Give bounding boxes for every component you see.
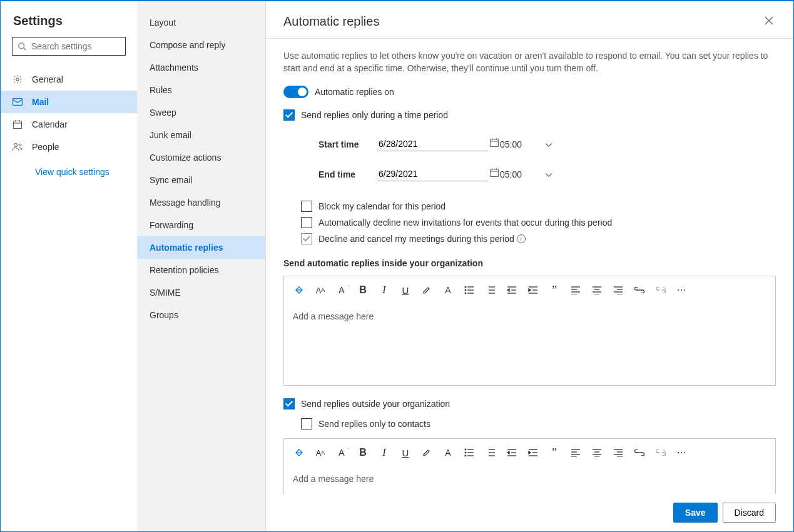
view-quick-settings-link[interactable]: View quick settings xyxy=(1,158,137,177)
people-icon xyxy=(12,141,23,153)
number-list-button[interactable] xyxy=(484,446,497,459)
font-size-icon[interactable]: A◦ xyxy=(335,446,348,459)
align-center-button[interactable] xyxy=(591,284,603,296)
start-date-input[interactable] xyxy=(377,138,489,149)
font-family-icon[interactable]: AA xyxy=(314,284,327,296)
nav-mail[interactable]: Mail xyxy=(1,91,137,113)
svg-point-51 xyxy=(465,449,466,450)
editor-toolbar: AA A◦ B I U A ” ⋯ xyxy=(284,276,775,304)
save-button[interactable]: Save xyxy=(673,503,718,523)
italic-button[interactable]: I xyxy=(378,284,390,296)
nav-general[interactable]: General xyxy=(1,68,137,91)
outdent-button[interactable] xyxy=(506,284,518,296)
underline-button[interactable]: U xyxy=(399,446,412,459)
gear-icon xyxy=(12,74,23,85)
page-description: Use automatic replies to let others know… xyxy=(283,50,776,74)
subnav-retention-policies[interactable]: Retention policies xyxy=(137,259,265,281)
outside-org-checkbox[interactable] xyxy=(283,398,295,409)
nav-calendar[interactable]: Calendar xyxy=(1,113,137,136)
align-left-button[interactable] xyxy=(569,284,582,296)
subnav-junk-email[interactable]: Junk email xyxy=(137,124,265,146)
svg-point-0 xyxy=(19,43,24,49)
indent-button[interactable] xyxy=(527,446,539,459)
close-button[interactable] xyxy=(762,14,776,29)
font-size-icon[interactable]: A◦ xyxy=(335,284,348,296)
discard-button[interactable]: Discard xyxy=(723,503,776,523)
subnav-groups[interactable]: Groups xyxy=(137,304,265,326)
align-center-button[interactable] xyxy=(591,446,603,459)
outdent-button[interactable] xyxy=(506,446,518,459)
bold-button[interactable]: B xyxy=(357,446,369,459)
subnav-customize-actions[interactable]: Customize actions xyxy=(137,146,265,169)
unlink-button[interactable] xyxy=(654,284,667,296)
subnav-automatic-replies[interactable]: Automatic replies xyxy=(137,236,265,259)
subnav-layout[interactable]: Layout xyxy=(137,11,265,34)
subnav-sweep[interactable]: Sweep xyxy=(137,101,265,124)
unlink-button[interactable] xyxy=(654,446,667,459)
automatic-replies-toggle[interactable] xyxy=(283,86,308,98)
paint-format-icon[interactable] xyxy=(293,284,305,296)
subnav-compose-and-reply[interactable]: Compose and reply xyxy=(137,34,265,56)
subnav-message-handling[interactable]: Message handling xyxy=(137,191,265,214)
align-right-button[interactable] xyxy=(612,446,624,459)
footer-buttons: Save Discard xyxy=(266,494,793,531)
indent-button[interactable] xyxy=(527,284,539,296)
start-time-select[interactable]: 05:00 xyxy=(497,139,555,149)
font-color-button[interactable]: A xyxy=(442,446,454,459)
nav-people[interactable]: People xyxy=(1,136,137,158)
end-time-select[interactable]: 05:00 xyxy=(497,169,555,179)
decline-new-checkbox[interactable] xyxy=(301,217,312,228)
link-button[interactable] xyxy=(633,284,646,296)
align-right-button[interactable] xyxy=(612,284,624,296)
inside-org-textarea[interactable]: Add a message here xyxy=(284,304,775,385)
subnav-smime[interactable]: S/MIME xyxy=(137,281,265,304)
chevron-down-icon xyxy=(545,139,552,149)
decline-cancel-checkbox[interactable] xyxy=(301,233,312,244)
outside-org-editor: AA A◦ B I U A ” ⋯ xyxy=(283,438,776,494)
quote-button[interactable]: ” xyxy=(548,446,561,459)
highlight-button[interactable] xyxy=(420,284,433,296)
subnav-attachments[interactable]: Attachments xyxy=(137,56,265,79)
italic-button[interactable]: I xyxy=(378,446,390,459)
more-options-button[interactable]: ⋯ xyxy=(676,284,688,296)
info-icon[interactable]: i xyxy=(517,234,526,243)
font-color-button[interactable]: A xyxy=(442,284,454,296)
inside-org-editor: AA A◦ B I U A ” ⋯ xyxy=(283,276,776,386)
font-family-icon[interactable]: AA xyxy=(314,446,327,459)
link-button[interactable] xyxy=(633,446,646,459)
underline-button[interactable]: U xyxy=(399,284,412,296)
inside-org-heading: Send automatic replies inside your organ… xyxy=(283,258,776,268)
end-date-input[interactable] xyxy=(377,168,489,179)
search-settings-box[interactable] xyxy=(12,37,126,56)
align-left-button[interactable] xyxy=(569,446,582,459)
quote-button[interactable]: ” xyxy=(548,284,561,296)
svg-point-23 xyxy=(465,286,466,288)
svg-point-2 xyxy=(16,78,19,81)
svg-rect-3 xyxy=(13,99,23,106)
paint-format-icon[interactable] xyxy=(293,446,305,459)
time-period-checkbox[interactable] xyxy=(283,109,295,121)
automatic-replies-toggle-label: Automatic replies on xyxy=(315,87,394,97)
bullet-list-button[interactable] xyxy=(463,284,476,296)
decline-new-label: Automatically decline new invitations fo… xyxy=(318,218,612,228)
number-list-button[interactable] xyxy=(484,284,497,296)
close-icon xyxy=(765,16,773,25)
time-period-label: Send replies only during a time period xyxy=(301,110,448,120)
start-time-label: Start time xyxy=(318,139,377,149)
subnav-sync-email[interactable]: Sync email xyxy=(137,169,265,191)
subnav-rules[interactable]: Rules xyxy=(137,79,265,101)
block-calendar-checkbox[interactable] xyxy=(301,201,312,212)
svg-rect-4 xyxy=(14,121,22,129)
bold-button[interactable]: B xyxy=(357,284,369,296)
bullet-list-button[interactable] xyxy=(463,446,476,459)
settings-dialog: Settings General Mail xyxy=(0,0,794,532)
outside-org-textarea[interactable]: Add a message here xyxy=(284,466,775,494)
subnav-forwarding[interactable]: Forwarding xyxy=(137,214,265,236)
more-options-button[interactable]: ⋯ xyxy=(676,446,688,459)
svg-point-8 xyxy=(14,144,18,147)
svg-point-24 xyxy=(465,289,466,291)
highlight-button[interactable] xyxy=(420,446,433,459)
settings-left-panel: Settings General Mail xyxy=(1,1,137,531)
only-contacts-checkbox[interactable] xyxy=(301,418,312,429)
search-settings-input[interactable] xyxy=(30,41,142,52)
